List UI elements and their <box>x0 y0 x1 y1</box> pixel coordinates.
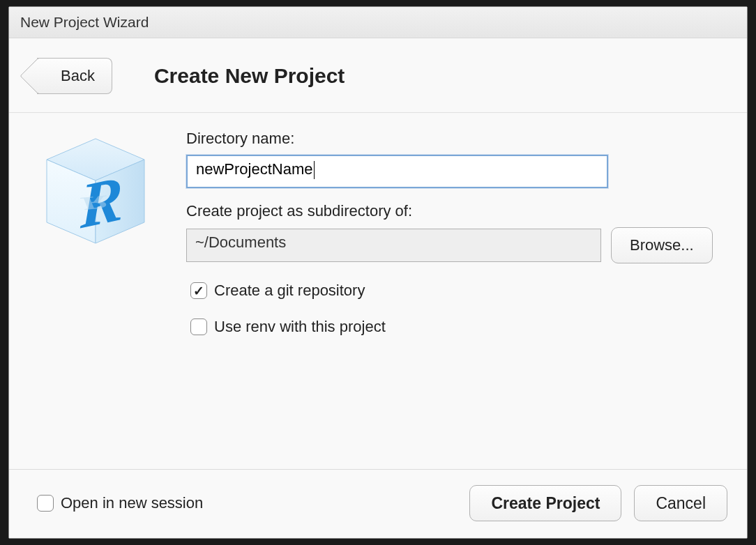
window-title: New Project Wizard <box>20 14 149 30</box>
r-project-icon: R R <box>33 128 158 261</box>
git-checkbox[interactable] <box>190 282 207 299</box>
open-session-label[interactable]: Open in new session <box>61 494 203 512</box>
git-checkbox-row: Create a git repository <box>190 282 726 300</box>
subdirectory-input[interactable]: ~/Documents <box>186 229 601 262</box>
directory-name-input[interactable]: newProjectName <box>186 155 608 188</box>
back-button[interactable]: Back <box>37 58 112 94</box>
renv-checkbox[interactable] <box>190 318 207 335</box>
create-project-button[interactable]: Create Project <box>469 485 621 521</box>
new-project-dialog: New Project Wizard Back Create New Proje… <box>8 6 748 539</box>
git-checkbox-label[interactable]: Create a git repository <box>214 282 365 300</box>
subdirectory-label: Create project as subdirectory of: <box>186 202 726 220</box>
icon-column: R R <box>33 128 186 455</box>
content-area: R R Directory name: newProjectName Creat… <box>9 113 747 469</box>
titlebar: New Project Wizard <box>9 7 747 38</box>
header-row: Back Create New Project <box>9 38 747 113</box>
form-column: Directory name: newProjectName Create pr… <box>186 128 726 455</box>
directory-name-value: newProjectName <box>196 160 313 178</box>
browse-button[interactable]: Browse... <box>611 227 713 263</box>
renv-checkbox-row: Use renv with this project <box>190 318 726 336</box>
create-project-label: Create Project <box>491 494 600 512</box>
subdirectory-row: ~/Documents Browse... <box>186 227 726 263</box>
back-button-label: Back <box>61 67 95 85</box>
dialog-footer: Open in new session Create Project Cance… <box>9 469 747 538</box>
cancel-button[interactable]: Cancel <box>634 485 727 521</box>
renv-checkbox-label[interactable]: Use renv with this project <box>214 318 386 336</box>
browse-button-label: Browse... <box>630 236 694 254</box>
open-session-row: Open in new session <box>37 494 203 512</box>
open-session-checkbox[interactable] <box>37 495 54 512</box>
page-title: Create New Project <box>154 64 345 88</box>
footer-buttons: Create Project Cancel <box>469 485 727 521</box>
text-cursor <box>314 161 315 179</box>
directory-name-label: Directory name: <box>186 130 726 148</box>
svg-text:R: R <box>80 191 108 215</box>
cancel-label: Cancel <box>656 494 706 512</box>
subdirectory-value: ~/Documents <box>195 233 286 251</box>
